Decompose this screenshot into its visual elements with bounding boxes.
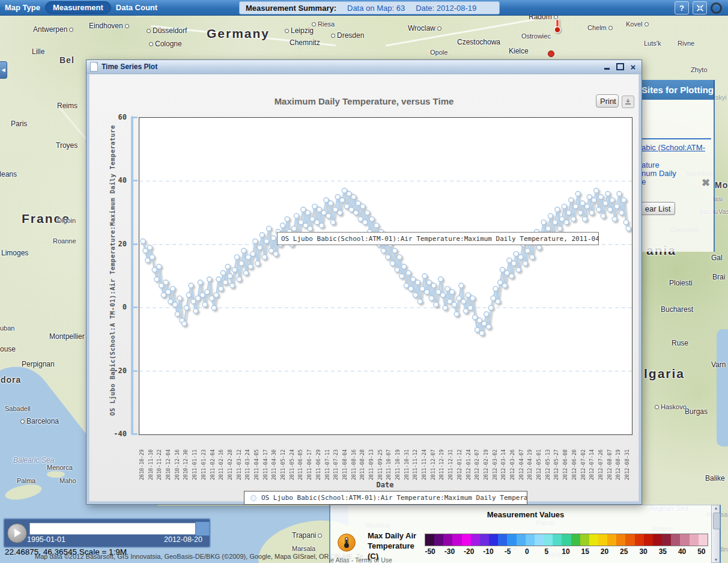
data-point[interactable] [198, 280, 202, 285]
print-button[interactable]: Print [596, 94, 619, 108]
data-point[interactable] [479, 330, 484, 335]
data-point[interactable] [562, 204, 566, 209]
data-point[interactable] [598, 195, 603, 199]
data-point[interactable] [271, 236, 276, 240]
data-point[interactable] [281, 223, 285, 228]
data-point[interactable] [608, 207, 613, 212]
data-point[interactable] [351, 195, 356, 199]
tab-map-type[interactable]: Map Type [0, 2, 45, 13]
data-point[interactable] [189, 283, 193, 288]
data-point[interactable] [157, 264, 162, 269]
data-point[interactable] [601, 213, 605, 218]
data-point[interactable] [182, 321, 187, 326]
data-point[interactable] [219, 287, 223, 291]
data-point[interactable] [493, 287, 498, 291]
data-point[interactable] [237, 277, 241, 282]
data-point[interactable] [425, 290, 429, 294]
data-point[interactable] [445, 287, 450, 291]
data-point[interactable] [200, 293, 205, 297]
data-point[interactable] [438, 277, 443, 282]
data-point[interactable] [461, 299, 466, 304]
data-point[interactable] [360, 204, 365, 209]
data-point[interactable] [475, 327, 480, 332]
data-point[interactable] [268, 248, 273, 253]
data-point[interactable] [592, 198, 596, 202]
data-point[interactable] [612, 217, 617, 222]
data-point[interactable] [557, 226, 562, 231]
maximize-button[interactable] [615, 62, 625, 72]
dialog-titlebar[interactable]: Time Series Plot × [86, 60, 642, 74]
data-point[interactable] [575, 192, 580, 196]
data-point[interactable] [440, 293, 445, 297]
data-point[interactable] [349, 207, 354, 212]
data-point[interactable] [482, 321, 487, 326]
data-point[interactable] [230, 283, 235, 288]
data-point[interactable] [310, 217, 315, 222]
data-point[interactable] [369, 217, 374, 222]
data-point[interactable] [303, 223, 308, 228]
data-point[interactable] [580, 201, 585, 205]
data-point[interactable] [457, 296, 461, 300]
data-point[interactable] [509, 274, 514, 279]
data-point[interactable] [150, 255, 154, 260]
play-button[interactable] [7, 523, 27, 543]
data-point[interactable] [626, 226, 631, 231]
data-point[interactable] [623, 220, 628, 225]
data-point[interactable] [220, 270, 225, 275]
data-point[interactable] [422, 274, 427, 279]
data-point[interactable] [470, 296, 475, 300]
scroll-down-arrow[interactable]: ▼ [713, 558, 719, 562]
data-point[interactable] [335, 195, 340, 199]
data-point[interactable] [518, 255, 523, 260]
data-point[interactable] [431, 283, 436, 288]
data-point[interactable] [555, 207, 560, 212]
data-point[interactable] [548, 213, 553, 218]
data-point[interactable] [530, 255, 535, 260]
data-point[interactable] [308, 226, 312, 231]
data-point[interactable] [223, 280, 228, 285]
measurement-link-1[interactable]: ature [642, 160, 660, 169]
data-point[interactable] [596, 207, 601, 212]
data-point[interactable] [415, 280, 420, 285]
data-point[interactable] [578, 210, 583, 215]
tab-measurement[interactable]: Measurement [45, 1, 111, 14]
data-point[interactable] [347, 192, 351, 196]
measurement-link-3[interactable]: e [642, 177, 646, 186]
data-point[interactable] [193, 309, 198, 314]
data-point[interactable] [196, 296, 201, 300]
help-button[interactable]: ? [675, 1, 689, 14]
data-point[interactable] [587, 195, 592, 199]
data-point[interactable] [505, 270, 509, 275]
data-point[interactable] [358, 217, 363, 222]
data-point[interactable] [408, 287, 413, 291]
data-point[interactable] [246, 255, 250, 260]
data-point[interactable] [168, 299, 173, 304]
panel-collapse-tab[interactable]: ◀ [0, 61, 7, 79]
data-point[interactable] [516, 267, 521, 272]
data-point[interactable] [175, 312, 180, 317]
data-point[interactable] [488, 305, 493, 310]
data-point[interactable] [619, 210, 624, 215]
data-point[interactable] [573, 204, 578, 209]
data-point[interactable] [569, 198, 574, 202]
data-point[interactable] [500, 267, 505, 272]
chart-legend[interactable]: OS Ljubo Babic(School:ATM-01):Air Temper… [244, 491, 527, 505]
scroll-up-arrow[interactable]: ▲ [713, 506, 719, 510]
data-point[interactable] [564, 220, 569, 225]
data-point[interactable] [324, 198, 329, 202]
data-point[interactable] [571, 217, 576, 222]
data-point[interactable] [429, 296, 434, 300]
data-point[interactable] [404, 283, 408, 288]
data-point[interactable] [402, 264, 407, 269]
data-point[interactable] [514, 252, 518, 257]
data-point[interactable] [498, 280, 503, 285]
data-point[interactable] [365, 210, 370, 215]
data-point[interactable] [211, 305, 216, 310]
data-point[interactable] [147, 245, 152, 250]
data-point[interactable] [614, 204, 619, 209]
site-dot-marker[interactable] [548, 50, 554, 57]
data-point[interactable] [546, 226, 551, 231]
data-point[interactable] [536, 245, 541, 250]
tab-data-count[interactable]: Data Count [111, 2, 162, 13]
minimize-button[interactable] [602, 62, 611, 72]
